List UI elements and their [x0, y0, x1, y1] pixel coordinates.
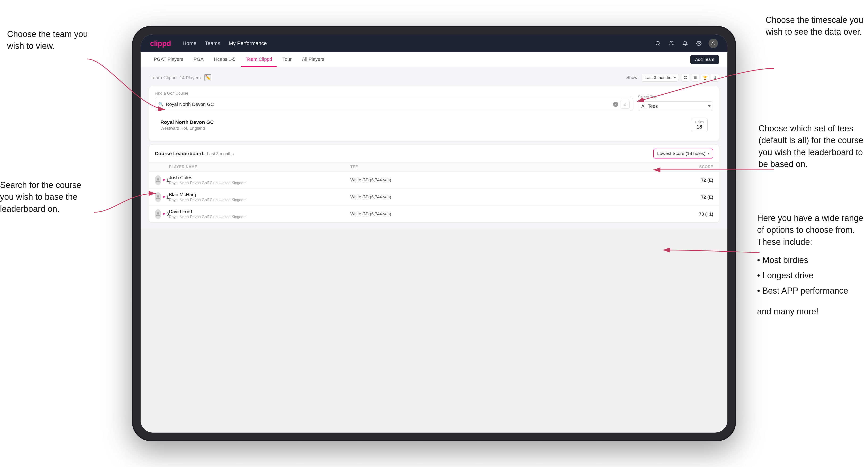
nav-links: Home Teams My Performance: [183, 40, 644, 46]
download-btn[interactable]: ⬇: [711, 73, 719, 82]
svg-point-4: [713, 42, 714, 43]
trophy-view-btn[interactable]: 🏆: [701, 73, 709, 82]
leaderboard-title: Course Leaderboard,: [155, 151, 205, 156]
annotation-middle-right-top: Choose which set of tees (default is all…: [758, 123, 863, 170]
team-title: Team Clippd 14 Players: [149, 74, 201, 81]
player-name-2: Blair McHarg: [169, 192, 247, 197]
score-type-select[interactable]: Lowest Score (18 holes) ▾: [653, 149, 713, 158]
annotation-top-right: Choose the timescale you wish to see the…: [766, 14, 863, 38]
player-rank-wrap-2: ♥ 1: [155, 192, 169, 202]
course-search-wrap: 🔍 × ☆: [155, 98, 633, 111]
course-filter-group: Find a Golf Course 🔍 × ☆: [155, 91, 633, 111]
clear-search-btn[interactable]: ×: [613, 102, 618, 107]
course-filter-label: Find a Golf Course: [155, 91, 633, 96]
svg-point-12: [157, 178, 159, 180]
grid-view-btn[interactable]: [681, 73, 689, 82]
list-view-btn[interactable]: [691, 73, 699, 82]
player-name-3: David Ford: [169, 209, 247, 214]
col-header-tee: TEE: [350, 165, 532, 169]
score-select-chevron-icon: ▾: [708, 152, 710, 155]
leaderboard-section: Course Leaderboard, Last 3 months Lowest…: [149, 145, 719, 222]
main-content: Team Clippd 14 Players ✏️ Show: Last 3 m…: [141, 67, 727, 229]
course-name: Royal North Devon GC: [160, 119, 214, 125]
search-icon-btn[interactable]: [654, 39, 662, 48]
nav-home[interactable]: Home: [183, 40, 196, 46]
course-info: Royal North Devon GC Westward Ho!, Engla…: [160, 119, 214, 131]
user-avatar[interactable]: [709, 39, 718, 48]
player-name-wrap-1: Josh Coles Royal North Devon Golf Club, …: [169, 175, 247, 185]
player-name-1: Josh Coles: [169, 175, 247, 181]
player-rank-2: 1: [166, 195, 169, 200]
course-search-input[interactable]: [166, 102, 611, 107]
holes-number: 18: [695, 124, 704, 130]
tab-team-clippd[interactable]: Team Clippd: [241, 52, 277, 67]
tee-filter-group: Select Tee All Tees: [638, 95, 713, 111]
tab-all-players[interactable]: All Players: [297, 52, 329, 67]
settings-icon-btn[interactable]: [695, 39, 703, 48]
player-info-1: Josh Coles Royal North Devon Golf Club, …: [169, 175, 350, 185]
holes-badge: Holes 18: [691, 118, 708, 132]
heart-icon-2: ♥: [163, 195, 165, 199]
leaderboard-subtitle: Last 3 months: [207, 151, 234, 156]
nav-my-performance[interactable]: My Performance: [229, 40, 267, 46]
tablet-frame: clippd Home Teams My Performance: [132, 26, 736, 441]
table-header: PLAYER NAME TEE SCORE: [149, 162, 719, 172]
table-row: ♥ 1 Josh Coles Royal North Devon Golf Cl…: [149, 172, 719, 189]
player-score-1: 72 (E): [532, 178, 713, 183]
search-icon: [655, 41, 660, 46]
tab-hcaps[interactable]: Hcaps 1-5: [209, 52, 240, 67]
favorite-btn[interactable]: ☆: [621, 100, 629, 109]
bell-icon: [683, 41, 688, 46]
annotation-top-left: Choose the team you wish to view.: [7, 28, 88, 52]
player-rank-wrap-3: ♥ 3: [155, 209, 169, 219]
leaderboard-title-wrap: Course Leaderboard, Last 3 months: [155, 151, 234, 156]
settings-icon: [696, 41, 702, 46]
player-avatar-2: [155, 192, 161, 202]
svg-line-1: [659, 44, 660, 45]
tablet-screen: clippd Home Teams My Performance: [141, 34, 727, 433]
tab-tour[interactable]: Tour: [278, 52, 296, 67]
logo: clippd: [150, 39, 171, 48]
player-score-2: 72 (E): [532, 195, 713, 200]
col-header-rank: [155, 165, 169, 169]
filter-card: Find a Golf Course 🔍 × ☆ Select Tee All …: [149, 86, 719, 141]
tab-pgat-players[interactable]: PGAT Players: [149, 52, 188, 67]
holes-label: Holes: [695, 120, 704, 124]
player-tee-1: White (M) (6,744 yds): [350, 178, 532, 183]
sub-nav: PGAT Players PGA Hcaps 1-5 Team Clippd T…: [141, 52, 727, 67]
col-header-player: PLAYER NAME: [169, 165, 350, 169]
player-info-2: Blair McHarg Royal North Devon Golf Club…: [169, 192, 350, 202]
bell-icon-btn[interactable]: [681, 39, 689, 48]
users-icon: [669, 41, 674, 46]
player-avatar-3: [155, 209, 161, 219]
tab-pga[interactable]: PGA: [189, 52, 208, 67]
svg-rect-5: [684, 76, 685, 77]
course-result-card: Royal North Devon GC Westward Ho!, Engla…: [155, 114, 713, 136]
svg-point-13: [157, 195, 159, 197]
tee-select[interactable]: All Tees: [638, 101, 713, 111]
col-header-score: SCORE: [532, 165, 713, 169]
course-location: Westward Ho!, England: [160, 126, 214, 131]
svg-point-2: [670, 41, 672, 43]
show-label: Show:: [626, 75, 639, 80]
player-rank-3: 3: [166, 212, 169, 217]
player-tee-2: White (M) (6,744 yds): [350, 195, 532, 199]
player-rank-1: 1: [166, 178, 169, 183]
heart-icon-1: ♥: [163, 178, 165, 182]
player-club-2: Royal North Devon Golf Club, United King…: [169, 198, 247, 202]
grid-icon: [683, 76, 687, 80]
edit-team-icon-btn[interactable]: ✏️: [205, 74, 211, 81]
annotation-middle-left: Search for the course you wish to base t…: [0, 179, 81, 215]
player-avatar-1: [155, 175, 161, 185]
annotation-middle-right-bottom: Here you have a wide range of options to…: [757, 212, 863, 317]
add-team-button[interactable]: Add Team: [690, 55, 719, 64]
player-score-3: 73 (+1): [532, 212, 713, 217]
svg-point-14: [157, 212, 159, 214]
player-name-wrap-3: David Ford Royal North Devon Golf Club, …: [169, 209, 247, 219]
show-select[interactable]: Last 3 months: [642, 73, 678, 82]
svg-rect-7: [684, 78, 685, 79]
view-icons: 🏆 ⬇: [681, 73, 719, 82]
nav-teams[interactable]: Teams: [205, 40, 220, 46]
svg-point-3: [698, 43, 700, 44]
users-icon-btn[interactable]: [668, 39, 676, 48]
